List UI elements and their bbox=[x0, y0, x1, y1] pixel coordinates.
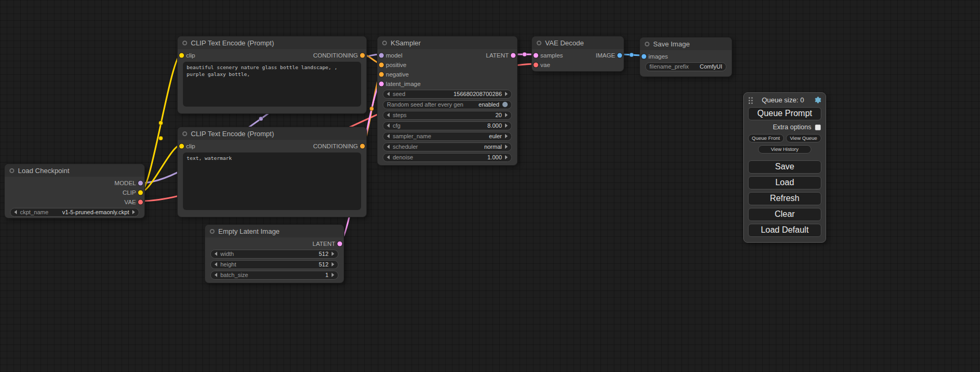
next-arrow-icon[interactable] bbox=[132, 210, 135, 214]
decrement-arrow-icon[interactable] bbox=[215, 273, 217, 277]
node-ksampler[interactable]: KSampler model LATENT positive negative … bbox=[377, 36, 518, 166]
decrement-arrow-icon[interactable] bbox=[387, 155, 390, 159]
vae-output-port[interactable] bbox=[138, 200, 143, 205]
increment-arrow-icon[interactable] bbox=[332, 273, 334, 277]
collapse-icon[interactable] bbox=[382, 41, 387, 45]
load-button[interactable]: Load bbox=[748, 176, 821, 189]
samples-input-port[interactable] bbox=[533, 53, 538, 58]
output-label-conditioning: CONDITIONING bbox=[313, 143, 358, 149]
random-seed-toggle-widget[interactable]: Random seed after every gen enabled bbox=[383, 100, 512, 109]
node-title-bar[interactable]: Load Checkpoint bbox=[5, 164, 144, 177]
widget-name: denoise bbox=[393, 154, 413, 160]
positive-input-port[interactable] bbox=[379, 63, 384, 68]
node-title-bar[interactable]: VAE Decode bbox=[532, 36, 624, 49]
node-title-bar[interactable]: CLIP Text Encode (Prompt) bbox=[178, 127, 366, 140]
batch-size-widget[interactable]: batch_size 1 bbox=[210, 271, 338, 280]
ckpt-name-widget[interactable]: ckpt_name v1-5-pruned-emaonly.ckpt bbox=[10, 208, 139, 217]
save-button[interactable]: Save bbox=[748, 160, 821, 174]
clip-output-port[interactable] bbox=[138, 190, 143, 195]
queue-prompt-button[interactable]: Queue Prompt bbox=[748, 107, 821, 120]
increment-arrow-icon[interactable] bbox=[505, 113, 508, 117]
node-title-bar[interactable]: CLIP Text Encode (Prompt) bbox=[178, 36, 366, 49]
decrement-arrow-icon[interactable] bbox=[387, 123, 390, 128]
view-history-button[interactable]: View History bbox=[758, 145, 811, 154]
node-load-checkpoint[interactable]: Load Checkpoint MODEL CLIP VAE ckpt_name… bbox=[4, 164, 145, 218]
node-vae-decode[interactable]: VAE Decode samples IMAGE vae bbox=[531, 36, 624, 72]
conditioning-output-port[interactable] bbox=[360, 53, 365, 58]
denoise-widget[interactable]: denoise 1.000 bbox=[383, 153, 512, 162]
sampler-name-widget[interactable]: sampler_name euler bbox=[383, 132, 512, 141]
model-output-port[interactable] bbox=[138, 181, 143, 186]
toggle-dot-icon[interactable] bbox=[502, 102, 508, 107]
node-empty-latent-image[interactable]: Empty Latent Image LATENT width 512 heig… bbox=[205, 224, 344, 283]
node-clip-text-encode-positive[interactable]: CLIP Text Encode (Prompt) clip CONDITION… bbox=[177, 36, 367, 114]
increment-arrow-icon[interactable] bbox=[505, 123, 508, 128]
input-label-samples: samples bbox=[540, 52, 563, 59]
node-clip-text-encode-negative[interactable]: CLIP Text Encode (Prompt) clip CONDITION… bbox=[177, 127, 367, 217]
node-title-bar[interactable]: KSampler bbox=[377, 36, 517, 49]
vae-input-port[interactable] bbox=[533, 63, 538, 68]
load-default-button[interactable]: Load Default bbox=[748, 224, 821, 237]
node-title: Empty Latent Image bbox=[218, 227, 279, 235]
increment-arrow-icon[interactable] bbox=[332, 262, 334, 266]
conditioning-output-port[interactable] bbox=[360, 144, 365, 149]
prev-arrow-icon[interactable] bbox=[387, 134, 390, 138]
positive-prompt-textarea[interactable]: beautiful scenery nature glass bottle la… bbox=[183, 62, 361, 107]
clear-button[interactable]: Clear bbox=[748, 208, 821, 221]
widget-name: seed bbox=[393, 91, 405, 97]
collapse-icon[interactable] bbox=[645, 42, 649, 46]
seed-widget[interactable]: seed 156680208700286 bbox=[383, 90, 512, 99]
negative-input-port[interactable] bbox=[379, 72, 384, 77]
next-arrow-icon[interactable] bbox=[505, 145, 508, 149]
filename-prefix-widget[interactable]: filename_prefix ComfyUI bbox=[645, 62, 726, 71]
clip-input-port[interactable] bbox=[179, 53, 184, 58]
width-widget[interactable]: width 512 bbox=[210, 250, 338, 259]
node-title-bar[interactable]: Save Image bbox=[640, 37, 732, 50]
node-title-bar[interactable]: Empty Latent Image bbox=[205, 225, 344, 237]
refresh-button[interactable]: Refresh bbox=[748, 192, 821, 205]
decrement-arrow-icon[interactable] bbox=[387, 113, 390, 117]
extra-options-checkbox[interactable] bbox=[815, 125, 821, 130]
widget-name: steps bbox=[393, 112, 406, 118]
collapse-icon[interactable] bbox=[537, 41, 541, 45]
node-save-image[interactable]: Save Image images filename_prefix ComfyU… bbox=[639, 37, 732, 77]
widget-name: cfg bbox=[393, 122, 401, 129]
prev-arrow-icon[interactable] bbox=[387, 145, 390, 149]
input-label-model: model bbox=[386, 52, 402, 59]
next-arrow-icon[interactable] bbox=[505, 134, 508, 138]
decrement-arrow-icon[interactable] bbox=[215, 252, 217, 256]
increment-arrow-icon[interactable] bbox=[505, 155, 508, 159]
clip-input-port[interactable] bbox=[179, 144, 184, 149]
latent-output-port[interactable] bbox=[337, 242, 342, 246]
collapse-icon[interactable] bbox=[210, 229, 215, 234]
view-queue-button[interactable]: View Queue bbox=[786, 134, 822, 142]
settings-gear-icon[interactable] bbox=[813, 96, 821, 104]
negative-prompt-textarea[interactable]: text, watermark bbox=[183, 152, 361, 210]
output-label-clip: CLIP bbox=[122, 189, 136, 196]
increment-arrow-icon[interactable] bbox=[332, 252, 334, 256]
latent-output-port[interactable] bbox=[511, 53, 516, 58]
images-input-port[interactable] bbox=[642, 54, 646, 59]
scheduler-widget[interactable]: scheduler normal bbox=[383, 142, 512, 151]
decrement-arrow-icon[interactable] bbox=[215, 262, 217, 266]
image-output-port[interactable] bbox=[617, 53, 622, 58]
decrement-arrow-icon[interactable] bbox=[387, 92, 390, 96]
drag-handle-icon[interactable] bbox=[749, 97, 750, 99]
collapse-icon[interactable] bbox=[9, 168, 14, 173]
model-input-port[interactable] bbox=[379, 53, 384, 58]
increment-arrow-icon[interactable] bbox=[505, 92, 508, 96]
collapse-icon[interactable] bbox=[182, 41, 187, 45]
extra-options-label: Extra options bbox=[773, 123, 811, 131]
latent-image-input-port[interactable] bbox=[379, 82, 384, 87]
cfg-widget[interactable]: cfg 8.000 bbox=[383, 121, 512, 130]
link-dot bbox=[159, 121, 163, 125]
steps-widget[interactable]: steps 20 bbox=[383, 111, 512, 120]
widget-value: euler bbox=[489, 133, 502, 139]
height-widget[interactable]: height 512 bbox=[210, 260, 338, 269]
queue-menu-panel: Queue size: 0 Queue Prompt Extra options… bbox=[743, 92, 826, 243]
node-title: CLIP Text Encode (Prompt) bbox=[191, 39, 274, 47]
collapse-icon[interactable] bbox=[182, 131, 187, 136]
widget-name: filename_prefix bbox=[649, 63, 689, 70]
prev-arrow-icon[interactable] bbox=[14, 210, 17, 214]
queue-front-button[interactable]: Queue Front bbox=[748, 134, 784, 142]
